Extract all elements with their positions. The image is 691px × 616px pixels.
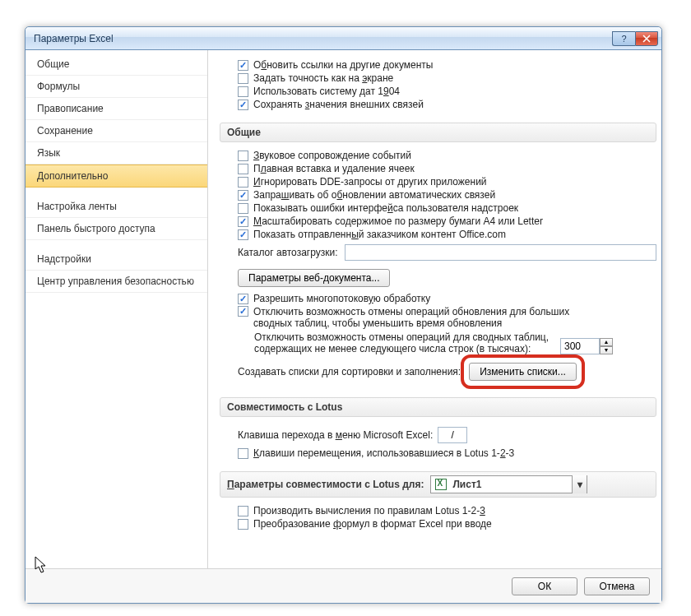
gencheck-label-5: Масштабировать содержимое по размеру бум… bbox=[253, 215, 543, 227]
chevron-down-icon[interactable]: ▾ bbox=[572, 475, 587, 493]
gencheck-label-4: Показывать ошибки интерфейса пользовател… bbox=[253, 202, 518, 214]
lotus-sheet-value: Лист1 bbox=[451, 479, 572, 490]
gencheck-label-3: Запрашивать об обновлении автоматических… bbox=[253, 189, 495, 201]
spin-down[interactable]: ▼ bbox=[600, 346, 613, 354]
lotus-nav-keys-label: Клавиши перемещения, использовавшиеся в … bbox=[253, 447, 514, 459]
edit-lists-button[interactable]: Изменить списки... bbox=[469, 363, 577, 381]
autoload-input[interactable] bbox=[345, 244, 656, 261]
topcheck-label-3: Сохранять значения внешних связей bbox=[253, 99, 424, 110]
disable-undo-pivot-checkbox[interactable] bbox=[238, 306, 248, 317]
multithread-row: Разрешить многопотоковую обработку bbox=[220, 292, 656, 305]
topcheck-row-3: Сохранять значения внешних связей bbox=[220, 98, 656, 111]
topcheck-row-2: Использовать систему дат 1904 bbox=[220, 85, 656, 98]
lotuspar-checkbox-1[interactable] bbox=[238, 519, 248, 530]
sidebar-item-0[interactable]: Общие bbox=[26, 53, 207, 76]
content-pane: Обновить ссылки на другие документыЗадат… bbox=[208, 50, 661, 568]
lotuspar-row-1: Преобразование формул в формат Excel при… bbox=[220, 517, 656, 530]
section-lotus-params: Параметры совместимости с Lotus для: Лис… bbox=[220, 471, 656, 498]
gencheck-row-0: Звуковое сопровождение событий bbox=[220, 149, 656, 162]
excel-options-window: Параметры Excel ? ОбщиеФормулыПравописан… bbox=[25, 26, 662, 604]
disable-rows-spin: ▲ ▼ bbox=[560, 338, 613, 354]
sidebar-item-9[interactable]: Центр управления безопасностью bbox=[26, 271, 207, 293]
topcheck-checkbox-2[interactable] bbox=[238, 86, 248, 97]
section-general: Общие bbox=[220, 123, 656, 142]
gencheck-checkbox-4[interactable] bbox=[238, 203, 248, 214]
disable-rows-input[interactable] bbox=[560, 338, 600, 354]
lotus-menu-key-label: Клавиша перехода в меню Microsoft Excel: bbox=[238, 429, 433, 441]
lotuspar-row-0: Производить вычисления по правилам Lotus… bbox=[220, 504, 656, 517]
gencheck-row-5: Масштабировать содержимое по размеру бум… bbox=[220, 215, 656, 228]
sidebar-item-6[interactable]: Настройка ленты bbox=[26, 196, 207, 218]
disable-rows-label: Отключить возможность отмены операций дл… bbox=[254, 331, 550, 354]
web-document-params-button[interactable]: Параметры веб-документа... bbox=[238, 269, 390, 287]
content-scroll[interactable]: Обновить ссылки на другие документыЗадат… bbox=[208, 50, 661, 568]
lotus-menu-key-input[interactable] bbox=[438, 427, 467, 443]
autoload-label: Каталог автозагрузки: bbox=[238, 247, 338, 258]
lotus-sheet-combo[interactable]: Лист1 ▾ bbox=[430, 475, 587, 493]
topcheck-label-2: Использовать систему дат 1904 bbox=[253, 86, 400, 97]
custom-lists-label: Создавать списки для сортировки и заполн… bbox=[238, 366, 461, 377]
autoload-row: Каталог автозагрузки: bbox=[220, 241, 656, 264]
titlebar: Параметры Excel ? bbox=[26, 27, 661, 50]
gencheck-row-6: Показать отправленный заказчиком контент… bbox=[220, 228, 656, 241]
gencheck-checkbox-2[interactable] bbox=[238, 177, 248, 188]
gencheck-checkbox-3[interactable] bbox=[238, 190, 248, 201]
lotuspar-label-1: Преобразование формул в формат Excel при… bbox=[253, 518, 492, 530]
lotuspar-label-0: Производить вычисления по правилам Lotus… bbox=[253, 505, 485, 516]
sidebar-item-4[interactable]: Язык bbox=[26, 142, 207, 164]
gencheck-label-2: Игнорировать DDE-запросы от других прило… bbox=[253, 176, 487, 188]
gencheck-checkbox-5[interactable] bbox=[238, 216, 248, 227]
dialog-footer: ОК Отмена bbox=[26, 568, 661, 603]
topcheck-checkbox-1[interactable] bbox=[238, 73, 248, 84]
gencheck-label-1: Плавная вставка и удаление ячеек bbox=[253, 163, 415, 174]
lotuspar-checkbox-0[interactable] bbox=[238, 506, 248, 516]
lotus-nav-keys-checkbox[interactable] bbox=[238, 448, 248, 459]
topcheck-label-1: Задать точность как на экране bbox=[253, 72, 393, 84]
window-title: Параметры Excel bbox=[34, 33, 612, 44]
gencheck-row-4: Показывать ошибки интерфейса пользовател… bbox=[220, 201, 656, 215]
topcheck-label-0: Обновить ссылки на другие документы bbox=[253, 59, 433, 71]
disable-undo-pivot-row: Отключить возможность отмены операций об… bbox=[220, 305, 656, 330]
multithread-checkbox[interactable] bbox=[238, 294, 248, 304]
multithread-label: Разрешить многопотоковую обработку bbox=[253, 293, 430, 304]
sidebar-item-2[interactable]: Правописание bbox=[26, 98, 207, 120]
gencheck-label-0: Звуковое сопровождение событий bbox=[253, 150, 411, 161]
sidebar-item-8[interactable]: Надстройки bbox=[26, 248, 207, 271]
ok-button[interactable]: ОК bbox=[512, 577, 577, 595]
sidebar-item-3[interactable]: Сохранение bbox=[26, 120, 207, 142]
gencheck-row-2: Игнорировать DDE-запросы от других прило… bbox=[220, 175, 656, 188]
sidebar-item-5[interactable]: Дополнительно bbox=[26, 164, 207, 188]
topcheck-checkbox-3[interactable] bbox=[238, 100, 248, 110]
disable-undo-pivot-label: Отключить возможность отмены операций об… bbox=[253, 306, 607, 329]
gencheck-checkbox-0[interactable] bbox=[238, 151, 248, 161]
section-lotus-compat: Совместимость с Lotus bbox=[220, 397, 656, 417]
close-button[interactable] bbox=[635, 31, 658, 46]
help-button[interactable]: ? bbox=[612, 31, 635, 46]
gencheck-checkbox-1[interactable] bbox=[238, 164, 248, 174]
gencheck-row-1: Плавная вставка и удаление ячеек bbox=[220, 162, 656, 175]
worksheet-icon bbox=[434, 478, 448, 491]
gencheck-row-3: Запрашивать об обновлении автоматических… bbox=[220, 188, 656, 201]
sidebar-item-1[interactable]: Формулы bbox=[26, 76, 207, 98]
gencheck-checkbox-6[interactable] bbox=[238, 229, 248, 240]
topcheck-checkbox-0[interactable] bbox=[238, 60, 248, 71]
topcheck-row-0: Обновить ссылки на другие документы bbox=[220, 58, 656, 72]
sidebar-item-7[interactable]: Панель быстрого доступа bbox=[26, 218, 207, 240]
close-icon bbox=[642, 35, 651, 43]
spin-up[interactable]: ▲ bbox=[600, 338, 613, 346]
sidebar: ОбщиеФормулыПравописаниеСохранениеЯзыкДо… bbox=[26, 50, 208, 568]
lotus-menu-key-row: Клавиша перехода в меню Microsoft Excel: bbox=[220, 424, 656, 447]
topcheck-row-1: Задать точность как на экране bbox=[220, 72, 656, 85]
cancel-button[interactable]: Отмена bbox=[584, 577, 650, 595]
lotus-nav-keys-row: Клавиши перемещения, использовавшиеся в … bbox=[220, 447, 656, 460]
gencheck-label-6: Показать отправленный заказчиком контент… bbox=[253, 229, 506, 240]
